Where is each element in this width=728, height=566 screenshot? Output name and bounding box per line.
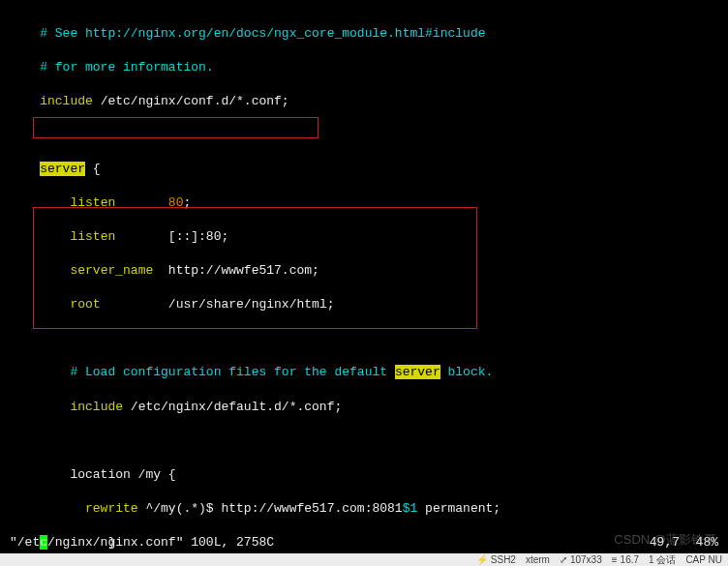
code-line — [10, 127, 718, 144]
term-size: ⤢ 107x33 — [560, 553, 602, 566]
status-file: "/etc/nginx/nginx.conf" 100L, 2758C — [10, 534, 274, 551]
cap-indicator: CAP NU — [685, 553, 722, 566]
code-line: listen 80; — [10, 194, 718, 212]
code-line: include /etc/nginx/default.d/*.conf; — [10, 399, 718, 416]
code-line: include /etc/nginx/conf.d/*.conf; — [10, 93, 718, 110]
code-line: listen [::]:80; — [10, 228, 718, 246]
sessions: 1 会话 — [649, 553, 676, 566]
code-line: server { — [10, 161, 718, 178]
code-line — [10, 330, 718, 347]
code-line: server_name http://wwwfe517.com; — [10, 262, 718, 280]
bottom-bar: ⚡ SSH2 xterm ⤢ 107x33 ≡ 16.7 1 会话 CAP NU — [0, 553, 728, 566]
encoding: ≡ 16.7 — [612, 553, 639, 566]
code-line: location /my { — [10, 466, 718, 484]
code-line: root /usr/share/nginx/html; — [10, 296, 718, 313]
terminal-editor[interactable]: # See http://nginx.org/en/docs/ngx_core_… — [0, 0, 728, 566]
term-type: xterm — [526, 553, 550, 566]
watermark: CSDN @蓝影铁哥 — [614, 531, 716, 549]
code-line: # Load configuration files for the defau… — [10, 364, 718, 381]
ssh-indicator: ⚡ SSH2 — [476, 553, 516, 566]
code-line: # for more information. — [10, 59, 718, 76]
code-line — [10, 432, 718, 450]
code-line: # See http://nginx.org/en/docs/ngx_core_… — [10, 25, 718, 43]
code-line: rewrite ^/my(.*)$ http://wwwfe517.com:80… — [10, 500, 718, 518]
